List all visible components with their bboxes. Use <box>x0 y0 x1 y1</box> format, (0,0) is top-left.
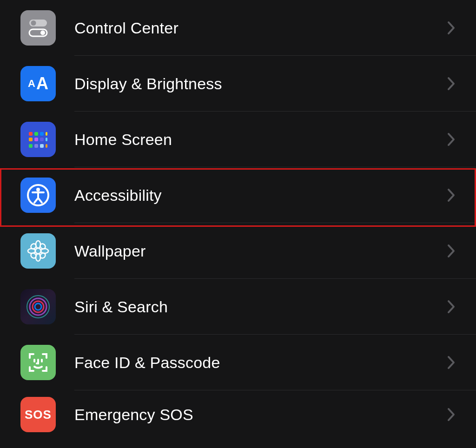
svg-point-20 <box>36 254 40 261</box>
svg-rect-8 <box>29 138 33 141</box>
svg-rect-11 <box>46 138 47 141</box>
accessibility-icon <box>20 178 56 213</box>
svg-point-1 <box>31 20 36 26</box>
svg-rect-10 <box>40 138 44 141</box>
svg-rect-7 <box>46 132 47 136</box>
svg-point-18 <box>35 248 41 254</box>
chevron-right-icon <box>447 300 456 314</box>
row-label: Display & Brightness <box>74 75 447 93</box>
svg-point-22 <box>41 249 48 253</box>
sos-icon: SOS <box>20 397 56 432</box>
siri-icon <box>20 289 56 324</box>
chevron-right-icon <box>447 244 456 258</box>
settings-row-face-id-passcode[interactable]: Face ID & Passcode <box>0 335 476 390</box>
row-label: Wallpaper <box>74 242 447 260</box>
row-label: Control Center <box>74 19 447 37</box>
svg-rect-9 <box>34 138 38 141</box>
svg-rect-12 <box>29 144 33 148</box>
settings-row-emergency-sos[interactable]: SOS Emergency SOS <box>0 390 476 439</box>
settings-row-siri-search[interactable]: Siri & Search <box>0 279 476 335</box>
row-label: Emergency SOS <box>74 406 447 424</box>
svg-point-17 <box>36 188 40 191</box>
chevron-right-icon <box>447 356 456 369</box>
app-grid-icon <box>20 122 56 157</box>
flower-icon <box>20 233 56 269</box>
chevron-right-icon <box>447 132 456 146</box>
svg-rect-5 <box>34 132 38 136</box>
svg-point-21 <box>28 249 35 253</box>
settings-row-wallpaper[interactable]: Wallpaper <box>0 223 476 279</box>
settings-row-home-screen[interactable]: Home Screen <box>0 112 476 167</box>
chevron-right-icon <box>447 77 456 91</box>
settings-row-display-brightness[interactable]: AA Display & Brightness <box>0 56 476 112</box>
row-label: Face ID & Passcode <box>74 354 447 372</box>
settings-row-accessibility[interactable]: Accessibility <box>0 167 476 223</box>
svg-point-19 <box>36 241 40 248</box>
row-label: Accessibility <box>74 186 447 204</box>
text-size-icon: AA <box>20 66 56 101</box>
svg-rect-4 <box>29 132 33 136</box>
row-label: Home Screen <box>74 131 447 149</box>
chevron-right-icon <box>447 408 456 422</box>
row-label: Siri & Search <box>74 298 447 316</box>
svg-point-30 <box>35 303 41 310</box>
face-id-icon <box>20 345 56 380</box>
svg-rect-6 <box>40 132 44 136</box>
settings-row-control-center[interactable]: Control Center <box>0 0 476 56</box>
toggles-icon <box>20 10 56 46</box>
svg-rect-15 <box>46 144 47 148</box>
chevron-right-icon <box>447 21 456 35</box>
svg-rect-13 <box>34 144 38 148</box>
settings-list: Control Center AA Display & Brightness <box>0 0 476 439</box>
svg-rect-14 <box>40 144 44 148</box>
svg-point-3 <box>40 31 45 35</box>
chevron-right-icon <box>447 188 456 202</box>
